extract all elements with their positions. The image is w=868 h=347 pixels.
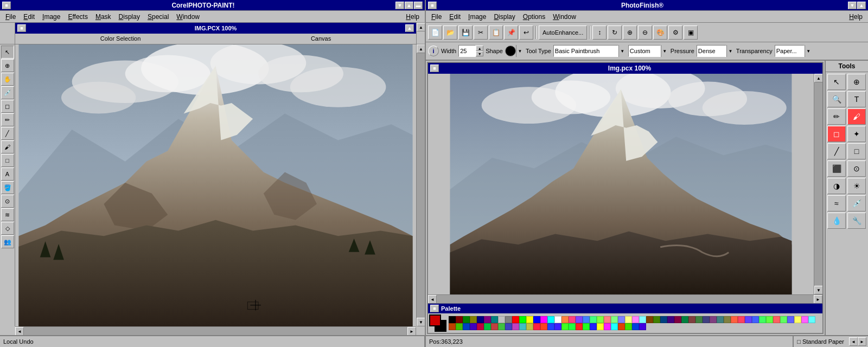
right-status-left[interactable]: ◄ xyxy=(849,337,858,346)
color-swatch-7[interactable] xyxy=(498,316,505,323)
color-swatch-61[interactable] xyxy=(512,323,519,330)
color-swatch-42[interactable] xyxy=(745,316,752,323)
toolbar-save[interactable]: 💾 xyxy=(458,25,473,40)
color-swatch-52[interactable] xyxy=(449,323,456,330)
tool-fill[interactable]: 🪣 xyxy=(1,181,14,194)
tool-zoom[interactable]: ⊕ xyxy=(1,59,14,72)
color-swatch-51[interactable] xyxy=(808,316,815,323)
menu-display-right[interactable]: Display xyxy=(490,12,518,22)
tool-select[interactable]: ↖ xyxy=(1,46,14,59)
toolbar-rotate[interactable]: ↻ xyxy=(608,25,622,40)
color-swatch-56[interactable] xyxy=(477,323,484,330)
tool-brush[interactable]: 🖌 xyxy=(1,140,14,153)
color-swatch-41[interactable] xyxy=(738,316,745,323)
left-scroll-up2[interactable]: ▲ xyxy=(417,44,425,53)
rt-text[interactable]: T xyxy=(847,91,866,107)
color-swatch-24[interactable] xyxy=(618,316,625,323)
color-swatch-49[interactable] xyxy=(794,316,801,323)
toolbar-color[interactable]: 🎨 xyxy=(653,25,667,40)
color-swatch-26[interactable] xyxy=(632,316,639,323)
rt-zoom[interactable]: 🔍 xyxy=(827,91,846,107)
color-swatch-28[interactable] xyxy=(646,316,653,323)
toolbar-adjust[interactable]: ⚙ xyxy=(668,25,682,40)
color-swatch-73[interactable] xyxy=(597,323,604,330)
menu-image-right[interactable]: Image xyxy=(465,12,489,22)
left-hscroll-track[interactable] xyxy=(24,327,407,335)
color-swatch-60[interactable] xyxy=(505,323,512,330)
palette-system-btn[interactable]: ■ xyxy=(430,305,439,312)
rt-replace[interactable]: 🔧 xyxy=(847,213,866,229)
toolbar-cut[interactable]: ✂ xyxy=(474,25,488,40)
color-swatch-0[interactable] xyxy=(449,316,456,323)
rt-fill[interactable]: ⬛ xyxy=(827,160,846,177)
rt-shape[interactable]: □ xyxy=(847,143,866,159)
color-swatch-20[interactable] xyxy=(590,316,597,323)
color-swatch-31[interactable] xyxy=(667,316,674,323)
color-swatch-55[interactable] xyxy=(470,323,477,330)
custom-select[interactable]: Custom xyxy=(628,45,661,57)
right-hscroll-track[interactable] xyxy=(437,295,814,303)
color-swatch-10[interactable] xyxy=(519,316,526,323)
tool-type-arrow[interactable]: ▼ xyxy=(618,45,626,57)
color-swatch-64[interactable] xyxy=(533,323,540,330)
rt-drop2[interactable]: 💧 xyxy=(827,213,846,229)
color-swatch-32[interactable] xyxy=(674,316,681,323)
toolbar-open[interactable]: 📂 xyxy=(443,25,457,40)
color-swatch-45[interactable] xyxy=(766,316,773,323)
menu-mask-left[interactable]: Mask xyxy=(92,12,114,22)
color-swatch-23[interactable] xyxy=(611,316,618,323)
menu-window-left[interactable]: Window xyxy=(173,12,203,22)
color-swatch-57[interactable] xyxy=(484,323,491,330)
left-system-btn[interactable]: ■ xyxy=(2,2,11,9)
color-swatch-8[interactable] xyxy=(505,316,512,323)
rt-clone[interactable]: ⊙ xyxy=(847,160,866,177)
left-scroll-down[interactable]: ▼ xyxy=(417,318,425,326)
toolbar-paste[interactable]: 📌 xyxy=(504,25,518,40)
right-scroll-track[interactable] xyxy=(814,82,822,286)
tool-eraser[interactable]: ◻ xyxy=(1,100,14,113)
color-swatch-70[interactable] xyxy=(576,323,583,330)
color-swatch-15[interactable] xyxy=(554,316,561,323)
rt-contrast[interactable]: ◑ xyxy=(827,178,846,194)
color-swatch-43[interactable] xyxy=(752,316,759,323)
shape-dropdown-arrow[interactable]: ▼ xyxy=(516,45,524,57)
color-swatch-18[interactable] xyxy=(576,316,583,323)
menu-effects-left[interactable]: Effects xyxy=(65,12,91,22)
right-scroll-right[interactable]: ► xyxy=(814,295,822,304)
rt-lasso[interactable]: ⊕ xyxy=(847,74,866,90)
color-swatch-44[interactable] xyxy=(759,316,766,323)
rt-dropper[interactable]: 💉 xyxy=(847,195,866,211)
rt-paint[interactable]: 🖌 xyxy=(847,108,866,125)
color-swatch-13[interactable] xyxy=(540,316,547,323)
menu-edit-left[interactable]: Edit xyxy=(20,12,38,22)
color-swatch-66[interactable] xyxy=(547,323,554,330)
tool-line[interactable]: ╱ xyxy=(1,127,14,140)
color-swatch-68[interactable] xyxy=(561,323,569,330)
color-swatch-11[interactable] xyxy=(526,316,533,323)
toolbar-undo[interactable]: ↩ xyxy=(519,25,533,40)
left-close-btn[interactable]: ▬ xyxy=(414,2,423,9)
color-swatch-35[interactable] xyxy=(695,316,703,323)
rt-brightness[interactable]: ☀ xyxy=(847,178,866,194)
color-swatch-77[interactable] xyxy=(625,323,632,330)
left-doc-system-btn[interactable]: ■ xyxy=(17,24,26,32)
right-scroll-up[interactable]: ▲ xyxy=(814,74,822,82)
right-scroll-left[interactable]: ◄ xyxy=(428,295,437,304)
color-swatch-9[interactable] xyxy=(512,316,519,323)
menu-window-right[interactable]: Window xyxy=(550,12,579,22)
right-canvas[interactable] xyxy=(428,74,814,294)
color-swatch-33[interactable] xyxy=(681,316,688,323)
color-swatch-12[interactable] xyxy=(533,316,540,323)
color-swatch-75[interactable] xyxy=(611,323,618,330)
color-swatch-47[interactable] xyxy=(780,316,787,323)
toolbar-select[interactable]: ▣ xyxy=(684,25,698,40)
color-swatch-39[interactable] xyxy=(724,316,731,323)
toolbar-move[interactable]: ↕ xyxy=(592,25,607,40)
custom-arrow[interactable]: ▼ xyxy=(661,45,668,57)
color-swatch-14[interactable] xyxy=(547,316,554,323)
color-swatch-46[interactable] xyxy=(773,316,780,323)
toolbar-copy[interactable]: 📋 xyxy=(489,25,503,40)
menu-file-right[interactable]: File xyxy=(428,12,445,22)
width-up[interactable]: ▲ xyxy=(476,46,483,51)
left-min-btn[interactable]: ▼ xyxy=(395,2,404,9)
